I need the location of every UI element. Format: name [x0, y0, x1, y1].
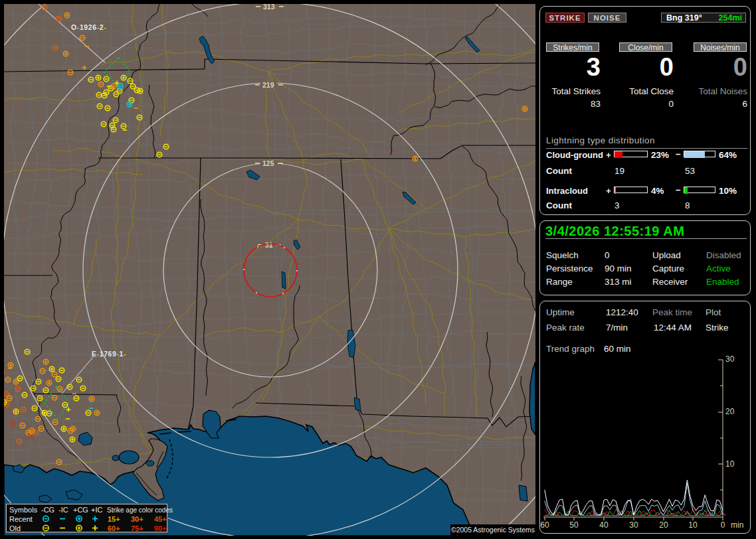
- svg-text:30: 30: [725, 354, 735, 364]
- svg-text:40: 40: [599, 520, 609, 530]
- svg-text:10: 10: [688, 520, 698, 530]
- svg-text:20: 20: [725, 407, 735, 416]
- svg-text:10: 10: [725, 459, 735, 469]
- svg-text:E-1769-1-: E-1769-1-: [92, 350, 126, 358]
- svg-text:30: 30: [629, 520, 638, 530]
- svg-text:31: 31: [265, 241, 273, 249]
- svg-text:50: 50: [569, 520, 579, 530]
- svg-text:313: 313: [263, 4, 275, 11]
- svg-text:20: 20: [659, 520, 668, 530]
- svg-text:125: 125: [262, 159, 274, 167]
- svg-text:60: 60: [540, 520, 549, 530]
- svg-text:O-1926-2-: O-1926-2-: [71, 23, 106, 31]
- svg-text:219: 219: [262, 81, 274, 89]
- svg-text:0: 0: [721, 520, 725, 530]
- svg-text:min: min: [731, 520, 743, 530]
